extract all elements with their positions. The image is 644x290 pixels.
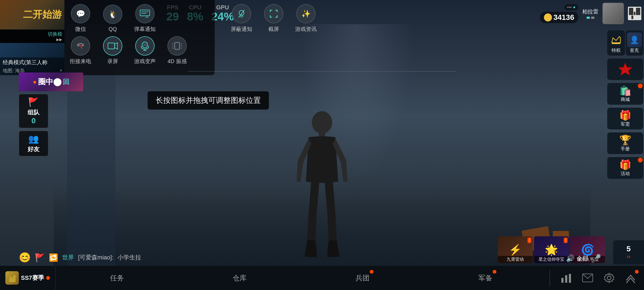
promo-star[interactable]: 🌟 ! 星之信仰夺宝 [534, 236, 569, 263]
friends-icon: 👥 [28, 134, 39, 144]
military-icon: 🎁 [619, 110, 631, 121]
season-badge[interactable]: SS7赛季 [0, 266, 56, 290]
stats-button[interactable] [558, 270, 574, 286]
military-area: 🎁 军需 [606, 107, 644, 130]
activity-icon: 🎁 [619, 159, 631, 171]
block-notify-button[interactable]: 屏蔽通知 [225, 0, 258, 35]
expand-button[interactable]: 5 ›› [613, 240, 644, 264]
privilege-recharge-row: 特权 👤 首充 [606, 30, 644, 56]
promo-thunder[interactable]: ⚡ ! 九霄雷动 [498, 236, 533, 263]
crown-icon [609, 32, 623, 47]
svg-rect-22 [612, 43, 620, 44]
record-button[interactable]: 录屏 [97, 32, 129, 68]
nav-armory[interactable]: 军备 [470, 266, 500, 290]
chat-repeat-icon[interactable]: 🔁 [49, 253, 58, 262]
vibrate-label: 4D 振感 [167, 58, 186, 65]
qq-label: QQ [108, 26, 117, 32]
tooltip: 长按图标并拖拽可调整图标位置 [148, 91, 269, 110]
wifi-icon: ● [573, 5, 576, 10]
nav-items: 任务 仓库 兵团 军备 [56, 266, 547, 290]
nav-separator [550, 270, 550, 287]
season-notification-dot [46, 276, 50, 280]
wechat-label: 微信 [75, 26, 86, 33]
record-icon [103, 36, 122, 56]
switch-mode-label: 切换模 [2, 31, 62, 37]
team-count: 0 [31, 117, 36, 125]
military-label: 军需 [621, 121, 630, 127]
top-icon-row1: 💬 微信 🐧 QQ 弹幕通知 屏蔽通知 [64, 0, 322, 35]
shop-area: 🛍️ 商城 [606, 82, 644, 106]
activity-label: 活动 [621, 171, 630, 177]
screenshot-button[interactable]: 截屏 [258, 0, 290, 35]
game-banner-text: 二开始游 [23, 8, 62, 21]
game-banner: 二开始游 [0, 0, 64, 30]
shop-notification-dot [638, 84, 643, 88]
star-area [606, 58, 644, 81]
bullet-screen-label: 弹幕通知 [134, 26, 156, 33]
season-icon [5, 271, 19, 285]
mode-type: 经典模式(第三人称 [0, 57, 64, 67]
emoji-button[interactable]: 😊 [19, 252, 31, 263]
wechat-button[interactable]: 💬 微信 [64, 0, 97, 35]
gold-amount: 34136 [553, 13, 574, 22]
record-label: 录屏 [107, 58, 118, 65]
user-name: 柏拉雷 [582, 8, 598, 15]
svg-point-31 [607, 276, 611, 280]
ad-text2: 回 [63, 78, 69, 86]
status-bar: ▪▪▪ ● [564, 4, 578, 10]
gold-icon [544, 13, 552, 21]
friends-label: 好友 [28, 145, 39, 153]
nav-task[interactable]: 任务 [102, 266, 132, 290]
settings-button[interactable] [601, 270, 617, 286]
tooltip-text: 长按图标并拖拽可调整图标位置 [156, 95, 261, 106]
arrow-icon: ▶▶ [56, 37, 62, 42]
reject-call-label: 拒接来电 [70, 58, 91, 65]
nav-warehouse[interactable]: 仓库 [225, 266, 255, 290]
team-flag-icon: 🚩 [28, 97, 39, 107]
chat-flag-icon[interactable]: 🚩 [35, 253, 45, 262]
recharge-button[interactable]: 👤 首充 [626, 30, 643, 56]
military-button[interactable]: 🎁 军需 [607, 108, 643, 129]
vibrate-icon [167, 36, 187, 56]
qq-button[interactable]: 🐧 QQ [97, 0, 129, 35]
separator [188, 71, 456, 72]
activity-area: 🎁 活动 [606, 156, 644, 180]
voice-change-button[interactable]: 游戏变声 [129, 32, 161, 68]
ad-text: 圈中⬤ [38, 77, 61, 87]
nav-corps[interactable]: 兵团 [347, 266, 378, 290]
block-notify-label: 屏蔽通知 [231, 26, 252, 33]
voice-change-label: 游戏变声 [134, 58, 156, 65]
manual-button[interactable]: 🏆 手册 [607, 132, 643, 154]
wifi-bar-icon [591, 17, 594, 19]
game-news-button[interactable]: ✨ 游戏资讯 [290, 0, 322, 35]
svg-rect-28 [565, 275, 567, 283]
game-info-panel: 二开始游 切换模 ▶▶ 经典模式(第三人称 地图: 海岛 › [0, 0, 64, 75]
manual-icon: 🏆 [619, 135, 631, 146]
character-thumbnail: 👤 [627, 32, 642, 47]
vibrate-button[interactable]: 4D 振感 [161, 32, 193, 68]
activity-button[interactable]: 🎁 活动 [607, 157, 643, 179]
mode-image: 经典模式(第三人称 地图: 海岛 › [0, 43, 64, 75]
svg-rect-26 [9, 281, 16, 282]
shop-button[interactable]: 🛍️ 商城 [607, 83, 643, 105]
user-avatar[interactable] [602, 3, 624, 24]
expand-count: 5 [627, 245, 631, 253]
signal-icon: ▪▪▪ [567, 5, 572, 10]
ad-banner[interactable]: ● 圈中⬤ 回 [19, 73, 83, 91]
volume-button[interactable]: 🔊 全部 [566, 254, 588, 263]
mail-button[interactable] [580, 270, 596, 286]
screenshot-label: 截屏 [268, 26, 279, 33]
screenshot-icon [264, 4, 283, 23]
privilege-button[interactable]: 特权 [607, 30, 625, 56]
team-button[interactable]: 🚩 组队 0 [19, 94, 48, 128]
reject-call-button[interactable]: 拒接来电 [64, 32, 97, 68]
bullet-screen-button[interactable]: 弹幕通知 [129, 0, 161, 35]
friends-button[interactable]: 👥 好友 [19, 131, 48, 156]
voice-change-icon [135, 36, 155, 56]
privilege-label: 特权 [612, 47, 621, 53]
expand-up-button[interactable] [623, 270, 639, 286]
manual-label: 手册 [621, 146, 630, 152]
mic-button[interactable]: 🎤 [591, 254, 601, 263]
volume-label: 全部 [577, 255, 588, 263]
star-button[interactable] [607, 59, 643, 80]
